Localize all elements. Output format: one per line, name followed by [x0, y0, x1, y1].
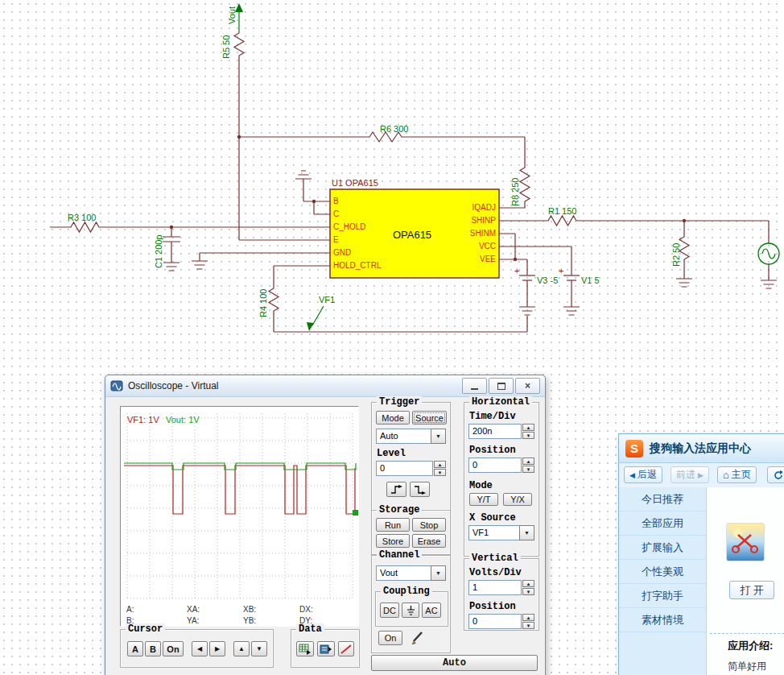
menu-item-personalize[interactable]: 个性美观: [619, 560, 706, 584]
clear-slash-icon: [340, 644, 353, 655]
junction-dot: [237, 135, 241, 139]
battery-v3[interactable]: + V3 -5: [514, 259, 558, 307]
menu-item-typing-helper[interactable]: 打字助手: [619, 584, 706, 608]
spinner-down-icon[interactable]: ▼: [522, 432, 534, 439]
spinner-up-icon[interactable]: ▲: [522, 458, 534, 465]
readout-ya: YA:: [187, 616, 199, 625]
channel-on-button[interactable]: On: [378, 631, 402, 645]
menu-item-material[interactable]: 素材情境: [619, 608, 706, 632]
spinner-up-icon[interactable]: ▲: [522, 614, 534, 621]
back-button[interactable]: ◀ 后退: [624, 466, 662, 483]
probe-vout[interactable]: Vout: [227, 3, 243, 31]
clear-data-button[interactable]: [338, 641, 354, 656]
resistor-r4[interactable]: R4 100: [258, 286, 279, 317]
run-button[interactable]: Run: [376, 518, 410, 532]
app-thumbnail[interactable]: [726, 523, 765, 561]
cursor-left-button[interactable]: ◀: [192, 641, 208, 656]
cursor-on-button[interactable]: On: [163, 641, 184, 656]
minimize-button[interactable]: [462, 378, 487, 394]
ground-icon: [406, 605, 416, 615]
h-position-spinner[interactable]: 0 ▲ ▼: [468, 458, 534, 473]
capacitor-c1[interactable]: C1 200p: [154, 234, 180, 268]
coupling-dc-button[interactable]: DC: [380, 603, 399, 618]
trigger-falling-edge-button[interactable]: [410, 482, 430, 497]
spinner-down-icon[interactable]: ▼: [522, 466, 534, 473]
cursor-up-button[interactable]: ▲: [233, 641, 250, 656]
v-position-spinner[interactable]: 0 ▲ ▼: [468, 614, 534, 629]
chevron-down-icon[interactable]: ▼: [519, 525, 534, 540]
store-button[interactable]: Store: [376, 534, 410, 548]
channel-select-combo[interactable]: Vout ▼: [376, 565, 446, 581]
trigger-level-spinner[interactable]: 0 ▲ ▼: [376, 461, 446, 476]
scope-grid-and-traces: [121, 407, 358, 626]
channel-color-pen-icon[interactable]: [411, 630, 427, 648]
oscilloscope-window[interactable]: Oscilloscope - Virtual ×: [105, 375, 546, 675]
pin-label-vcc: VCC: [479, 242, 496, 251]
volts-div-spinner[interactable]: 1 ▲ ▼: [468, 580, 534, 595]
resistor-r3[interactable]: R3 100: [68, 213, 101, 232]
resistor-r1[interactable]: R1 150: [546, 206, 579, 226]
plus-sign: +: [514, 266, 519, 275]
probe-vf1[interactable]: VF1: [307, 295, 335, 331]
spinner-down-icon[interactable]: ▼: [434, 469, 446, 476]
trigger-mode-combo[interactable]: Auto ▼: [376, 429, 446, 444]
trigger-rising-edge-button[interactable]: [386, 482, 406, 497]
spinner-up-icon[interactable]: ▲: [522, 424, 534, 431]
pin-label-vee: VEE: [480, 255, 496, 263]
refresh-button[interactable]: [767, 466, 784, 483]
spinner-down-icon[interactable]: ▼: [522, 588, 534, 595]
coupling-ground-button[interactable]: [402, 603, 419, 618]
chevron-down-icon[interactable]: ▼: [431, 429, 446, 444]
menu-item-today[interactable]: 今日推荐: [619, 487, 706, 511]
menu-item-all-apps[interactable]: 全部应用: [619, 511, 706, 536]
cursor-right-button[interactable]: ▶: [209, 641, 225, 656]
resistor-r5[interactable]: R5 50: [221, 31, 244, 59]
export-table-button[interactable]: [296, 641, 314, 656]
cursor-down-button[interactable]: ▼: [251, 641, 267, 656]
yt-mode-button[interactable]: Y/T: [469, 493, 498, 506]
oscilloscope-app-icon: [110, 379, 123, 392]
trigger-mode-button[interactable]: Mode: [376, 411, 410, 424]
resistor-r6[interactable]: R6 300: [366, 124, 408, 142]
vertical-group-label: Vertical: [469, 553, 521, 564]
sine-source[interactable]: [758, 243, 779, 264]
trigger-source-button[interactable]: Source: [412, 411, 447, 424]
refresh-icon: [773, 470, 782, 481]
resistor-r8[interactable]: R8 250: [510, 165, 530, 206]
cursor-a-button[interactable]: A: [127, 641, 143, 656]
stop-button[interactable]: Stop: [412, 518, 446, 532]
spinner-up-icon[interactable]: ▲: [522, 580, 534, 587]
battery-v1[interactable]: + V1 5: [559, 246, 600, 307]
sogou-app-center-panel[interactable]: S 搜狗输入法应用中心 ◀ 后退 前进 ▶ ⌂ 主页 今日推荐 全部应用 扩展输…: [618, 433, 784, 675]
chevron-down-icon[interactable]: ▼: [431, 565, 446, 581]
storage-group-label: Storage: [377, 504, 422, 516]
menu-item-extended-input[interactable]: 扩展输入: [619, 536, 706, 560]
spinner-up-icon[interactable]: ▲: [434, 461, 446, 468]
chip-u1-opa615[interactable]: U1 OPA615 OPA615 B C C_HOLD E GND HOLD_C…: [330, 178, 499, 278]
forward-button[interactable]: 前进 ▶: [671, 466, 709, 483]
erase-button[interactable]: Erase: [412, 534, 446, 548]
pin-label-iqadj: IQADJ: [472, 203, 496, 212]
yx-mode-button[interactable]: Y/X: [503, 493, 532, 506]
coupling-group-label: Coupling: [381, 586, 432, 597]
cursor-b-button[interactable]: B: [145, 641, 161, 656]
open-app-button[interactable]: 打 开: [729, 581, 774, 599]
title-bar[interactable]: Oscilloscope - Virtual ×: [105, 375, 545, 397]
resistor-r2[interactable]: R2 50: [671, 234, 689, 267]
coupling-ac-button[interactable]: AC: [422, 603, 441, 618]
v-position-label: Position: [469, 601, 516, 612]
maximize-button[interactable]: [489, 378, 514, 394]
home-button[interactable]: ⌂ 主页: [717, 466, 757, 483]
x-source-combo[interactable]: VF1 ▼: [468, 525, 534, 540]
auto-button[interactable]: Auto: [371, 655, 538, 671]
component-label: R6 300: [380, 124, 408, 134]
pin-label-c-hold: C_HOLD: [333, 222, 366, 231]
scope-display[interactable]: VF1: 1V Vout: 1V A: XA: XB: DX: B: YA: Y…: [120, 406, 359, 627]
spinner-down-icon[interactable]: ▼: [522, 622, 534, 629]
time-div-spinner[interactable]: 200n ▲ ▼: [468, 424, 534, 439]
arrow-left-icon: ◀: [197, 645, 202, 652]
arrow-up-icon: ▲: [238, 645, 245, 652]
trigger-group-label: Trigger: [377, 396, 422, 408]
export-file-button[interactable]: [317, 641, 335, 656]
close-button[interactable]: ×: [515, 378, 540, 394]
